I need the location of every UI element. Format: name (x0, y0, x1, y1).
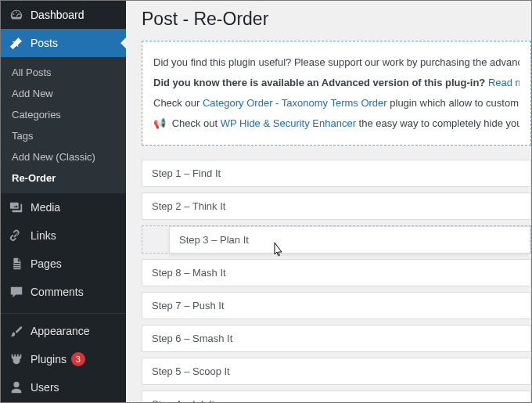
menu-posts[interactable]: Posts (1, 29, 126, 57)
posts-submenu: All Posts Add New Categories Tags Add Ne… (1, 57, 126, 193)
category-order-link[interactable]: Category Order - Taxonomy Terms Order (203, 97, 387, 109)
drop-placeholder: Step 3 – Plan It (142, 225, 531, 254)
notice-line-2-strong: Did you know there is available an Advan… (153, 77, 485, 88)
read-more-link[interactable]: Read more (488, 77, 519, 88)
content-area: Post - Re-Order Did you find this plugin… (126, 1, 531, 402)
submenu-all-posts[interactable]: All Posts (1, 62, 126, 83)
submenu-add-new-classic[interactable]: Add New (Classic) (1, 146, 126, 167)
list-item[interactable]: Step 6 – Smash It (142, 325, 531, 352)
plugin-icon (9, 351, 24, 367)
menu-pages[interactable]: Pages (1, 250, 126, 278)
list-item[interactable]: Step 1 – Find It (142, 160, 531, 187)
list-item[interactable]: Step 2 – Think It (142, 193, 531, 220)
notice-line-4: 📢 Check out WP Hide & Security Enhancer … (153, 115, 519, 132)
list-item[interactable]: Step 4 – Ink It (142, 390, 531, 402)
submenu-categories[interactable]: Categories (1, 104, 126, 125)
sortable-list: Step 1 – Find It Step 2 – Think It Step … (142, 160, 531, 402)
list-item-dragging[interactable]: Step 3 – Plan It (169, 226, 530, 254)
menu-separator (1, 309, 126, 314)
menu-posts-label: Posts (31, 37, 58, 49)
submenu-reorder[interactable]: Re-Order (1, 167, 126, 189)
notice-line-1: Did you find this plugin useful? Please … (153, 54, 519, 71)
plugins-update-badge: 3 (71, 352, 85, 366)
megaphone-icon: 📢 (153, 117, 166, 129)
dashboard-icon (9, 7, 24, 23)
list-item[interactable]: Step 7 – Push It (142, 292, 531, 319)
menu-dashboard[interactable]: Dashboard (1, 1, 126, 29)
menu-links[interactable]: Links (1, 221, 126, 250)
menu-comments-label: Comments (31, 286, 84, 298)
menu-plugins[interactable]: Plugins 3 (1, 345, 126, 373)
menu-dashboard-label: Dashboard (31, 9, 84, 21)
admin-sidebar: Dashboard Posts All Posts Add New Catego… (1, 1, 126, 402)
menu-plugins-label: Plugins (31, 353, 66, 365)
link-icon (9, 228, 24, 243)
media-icon (9, 200, 24, 215)
page-icon (9, 256, 24, 272)
user-icon (9, 380, 24, 395)
submenu-tags[interactable]: Tags (1, 125, 126, 146)
wp-hide-link[interactable]: WP Hide & Security Enhancer (221, 117, 356, 129)
list-item[interactable]: Step 8 – Mash It (142, 259, 531, 286)
comment-icon (9, 284, 24, 300)
menu-media[interactable]: Media (1, 193, 126, 221)
list-item[interactable]: Step 5 – Scoop It (142, 358, 531, 385)
menu-appearance-label: Appearance (31, 325, 90, 337)
page-title: Post - Re-Order (142, 9, 531, 30)
menu-links-label: Links (31, 229, 56, 242)
notice-line-3: Check our Category Order - Taxonomy Term… (153, 95, 519, 112)
info-notice: Did you find this plugin useful? Please … (142, 41, 531, 146)
pin-icon (9, 35, 24, 51)
menu-comments[interactable]: Comments (1, 278, 126, 306)
menu-pages-label: Pages (31, 257, 62, 270)
menu-appearance[interactable]: Appearance (1, 317, 126, 345)
menu-users-label: Users (31, 381, 59, 394)
submenu-add-new[interactable]: Add New (1, 83, 126, 104)
menu-users[interactable]: Users (1, 373, 126, 401)
menu-media-label: Media (31, 201, 60, 214)
notice-line-2: Did you know there is available an Advan… (153, 74, 519, 92)
brush-icon (9, 323, 24, 339)
